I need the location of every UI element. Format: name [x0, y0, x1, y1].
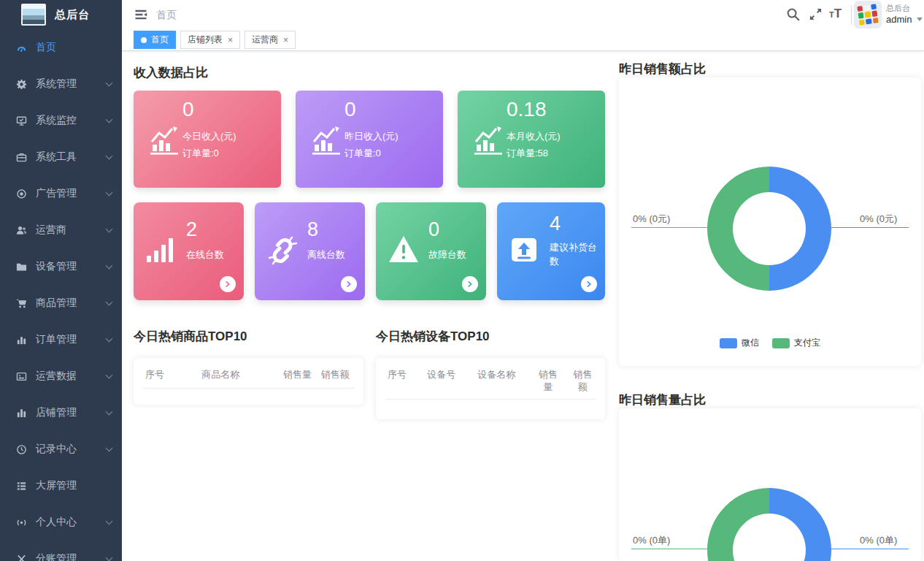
chevron-down-icon: [106, 408, 113, 416]
go-arrow-button[interactable]: [341, 276, 357, 292]
chart-legend: 微信 支付宝: [619, 337, 921, 349]
pie-label-left: 0% (0单): [633, 534, 670, 547]
signal-bars-icon: [145, 234, 176, 268]
search-icon[interactable]: [786, 7, 801, 22]
hot-goods-title: 今日热销商品TOP10: [134, 328, 247, 345]
sidebar-toggle-icon[interactable]: [134, 7, 148, 22]
sidebar-item-label: 广告管理: [36, 187, 107, 200]
sidebar-item-system-tools[interactable]: 系统工具: [0, 139, 122, 175]
month-income-label: 本月收入(元): [507, 130, 561, 143]
cart-icon: [15, 297, 27, 309]
fullscreen-icon[interactable]: [809, 7, 823, 22]
today-income-value: 0: [182, 98, 194, 121]
restock-suggest-card[interactable]: 4 建议补货台数: [497, 202, 605, 300]
hot-goods-table: 序号 商品名称 销售量 销售额: [134, 358, 363, 405]
chevron-down-icon: [106, 445, 113, 452]
fault-devices-label: 故障台数: [428, 248, 480, 262]
sidebar-item-ad-manage[interactable]: 广告管理: [0, 175, 122, 212]
sales-amount-donut-card: 0% (0元) 0% (0元) 微信 支付宝: [619, 77, 921, 366]
logo-image: [21, 4, 46, 26]
tab-operator[interactable]: 运营商 ×: [245, 31, 296, 49]
legend-swatch: [772, 338, 790, 348]
tab-shop-list[interactable]: 店铺列表 ×: [180, 31, 240, 49]
sidebar-item-record-center[interactable]: 记录中心: [0, 431, 122, 468]
sidebar-menu: 首页 系统管理 系统监控 系统工具 广告管理 运营商: [0, 29, 122, 561]
sidebar-item-label: 大屏管理: [36, 479, 112, 492]
tab-label: 运营商: [252, 34, 278, 46]
go-arrow-button[interactable]: [462, 276, 478, 292]
donut-chart[interactable]: [700, 159, 839, 298]
online-devices-label: 在线台数: [186, 248, 237, 262]
sidebar-item-bigscreen-manage[interactable]: 大屏管理: [0, 468, 122, 504]
chevron-down-icon: [106, 335, 113, 343]
broadcast-icon: [15, 516, 27, 528]
sales-count-chart-title: 昨日销售量占比: [619, 392, 706, 408]
tab-home[interactable]: 首页: [134, 31, 176, 49]
sidebar-item-personal-center[interactable]: 个人中心: [0, 504, 122, 541]
sidebar-item-shop-manage[interactable]: 店铺管理: [0, 394, 122, 431]
sidebar-item-label: 首页: [36, 41, 112, 54]
sidebar-item-split-account[interactable]: 分账管理: [0, 541, 122, 561]
breadcrumb[interactable]: 首页: [156, 9, 177, 22]
legend-alipay[interactable]: 支付宝: [772, 337, 820, 349]
pie-leader-line: [631, 227, 707, 228]
sidebar-item-system-manage[interactable]: 系统管理: [0, 66, 122, 102]
fault-devices-value: 0: [428, 218, 439, 241]
sidebar-item-label: 订单管理: [36, 333, 107, 346]
scissors-icon: [15, 553, 27, 561]
close-icon[interactable]: ×: [283, 35, 288, 45]
sidebar-item-label: 个人中心: [36, 516, 107, 529]
legend-label: 支付宝: [794, 337, 820, 349]
sidebar-item-operators[interactable]: 运营商: [0, 212, 122, 248]
sidebar-item-goods-manage[interactable]: 商品管理: [0, 285, 122, 321]
go-arrow-button[interactable]: [220, 276, 236, 292]
app-logo[interactable]: 总后台: [0, 0, 122, 29]
sidebar-item-system-monitor[interactable]: 系统监控: [0, 102, 122, 139]
avatar[interactable]: [854, 1, 882, 28]
dashboard-icon: [15, 42, 27, 53]
go-arrow-button[interactable]: [581, 276, 597, 292]
app-title: 总后台: [55, 8, 90, 22]
font-size-icon[interactable]: TT: [829, 7, 848, 21]
caret-down-icon[interactable]: [917, 18, 923, 21]
chevron-down-icon: [106, 554, 113, 561]
pie-label-left: 0% (0元): [633, 213, 670, 226]
legend-label: 微信: [742, 337, 759, 349]
sidebar-item-label: 系统管理: [36, 77, 107, 91]
month-income-card[interactable]: 0.18 本月收入(元) 订单量:58: [458, 91, 605, 188]
table-header-row: 序号 设备号 设备名称 销售量 销售额: [376, 358, 605, 393]
sidebar-item-home[interactable]: 首页: [0, 29, 122, 66]
divider: [385, 399, 596, 400]
broken-link-icon: [266, 234, 299, 270]
tab-label: 店铺列表: [188, 34, 223, 46]
yesterday-income-card[interactable]: 0 昨日收入(元) 订单量:0: [296, 91, 443, 188]
chevron-down-icon: [106, 189, 113, 196]
trend-chart-icon: [472, 126, 504, 159]
sidebar-item-device-manage[interactable]: 设备管理: [0, 248, 122, 285]
pie-leader-line: [831, 549, 909, 549]
online-devices-value: 2: [186, 218, 197, 241]
sidebar: 总后台 首页 系统管理 系统监控 系统工具 广告管理: [0, 0, 122, 561]
chevron-down-icon: [106, 116, 113, 123]
hot-devices-title: 今日热销设备TOP10: [376, 328, 490, 345]
pie-leader-line: [631, 549, 707, 549]
chevron-down-icon: [106, 226, 113, 233]
table-header-row: 序号 商品名称 销售量 销售额: [134, 358, 363, 381]
today-income-card[interactable]: 0 今日收入(元) 订单量:0: [134, 91, 281, 188]
pie-leader-line: [831, 227, 909, 228]
user-menu[interactable]: 总后台 admin: [886, 4, 912, 26]
legend-wechat[interactable]: 微信: [720, 337, 759, 349]
online-devices-card[interactable]: 2 在线台数: [134, 202, 244, 300]
trend-chart-icon: [148, 126, 180, 159]
top-navbar: 首页 TT 总后台 admin: [122, 0, 924, 29]
offline-devices-card[interactable]: 8 离线台数: [255, 202, 365, 300]
toolbox-icon: [15, 151, 27, 163]
sidebar-item-operation-data[interactable]: 运营数据: [0, 358, 122, 394]
fault-devices-card[interactable]: 0 故障台数: [376, 202, 486, 300]
close-icon[interactable]: ×: [228, 35, 233, 45]
sidebar-item-order-manage[interactable]: 订单管理: [0, 321, 122, 358]
yesterday-income-label: 昨日收入(元): [344, 130, 399, 143]
month-income-value: 0.18: [507, 98, 547, 121]
user-org: 总后台: [886, 4, 912, 13]
donut-chart[interactable]: [700, 481, 839, 561]
